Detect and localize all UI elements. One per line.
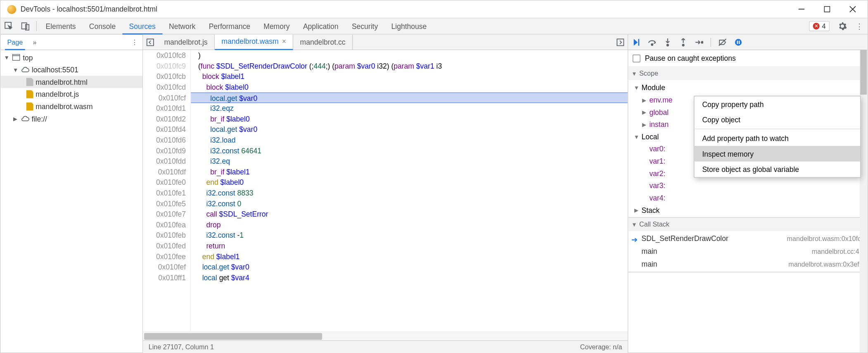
nav-back-icon[interactable] bbox=[143, 38, 157, 46]
frame-icon bbox=[12, 53, 21, 62]
pause-caught-checkbox[interactable] bbox=[633, 54, 640, 62]
tab-elements[interactable]: Elements bbox=[39, 18, 82, 34]
menu-add-watch[interactable]: Add property path to watch bbox=[695, 130, 861, 146]
code-content: ) (func $SDL_SetRenderDrawColor (;444;) … bbox=[191, 50, 628, 331]
navigator-kebab-icon[interactable]: ⋮ bbox=[131, 38, 138, 46]
scope-header[interactable]: ▼Scope bbox=[628, 67, 867, 80]
scrollbar-thumb[interactable] bbox=[144, 333, 322, 340]
callstack-frame[interactable]: ➔ SDL_SetRenderDrawColor mandelbrot.wasm… bbox=[628, 232, 867, 245]
debugger-toolbar bbox=[628, 35, 867, 50]
tree-file-scheme[interactable]: ▶file:// bbox=[0, 112, 142, 125]
tab-sources[interactable]: Sources bbox=[122, 18, 162, 34]
menu-separator bbox=[695, 129, 861, 129]
menu-copy-object[interactable]: Copy object bbox=[695, 112, 861, 128]
favicon-icon bbox=[7, 5, 17, 14]
svg-rect-14 bbox=[739, 41, 740, 44]
step-out-icon[interactable] bbox=[678, 37, 688, 47]
more-tabs-icon[interactable]: » bbox=[33, 38, 37, 46]
window-close-button[interactable] bbox=[840, 0, 865, 18]
scope-stack[interactable]: ▶Stack bbox=[628, 204, 867, 216]
devtools-tab-strip: Elements Console Sources Network Perform… bbox=[0, 18, 867, 34]
tree-file-wasm[interactable]: mandelbrot.wasm bbox=[0, 100, 142, 113]
title-bar: DevTools - localhost:5501/mandelbrot.htm… bbox=[0, 0, 867, 18]
tab-performance[interactable]: Performance bbox=[202, 18, 257, 34]
editor-tab-cc[interactable]: mandelbrot.cc bbox=[293, 34, 353, 50]
nav-forward-icon[interactable] bbox=[613, 38, 628, 46]
horizontal-scrollbar[interactable] bbox=[143, 332, 628, 341]
scope-local-var[interactable]: var4: bbox=[628, 192, 867, 204]
callstack-frame[interactable]: main mandelbrot.wasm:0x3ef2 bbox=[628, 258, 867, 271]
deactivate-breakpoints-icon[interactable] bbox=[718, 37, 728, 47]
cloud-icon bbox=[21, 65, 30, 74]
cursor-position: Line 27107, Column 1 bbox=[149, 343, 214, 351]
svg-point-9 bbox=[667, 44, 669, 45]
navigator-header: Page » ⋮ bbox=[0, 35, 142, 50]
tab-network[interactable]: Network bbox=[162, 18, 202, 34]
callstack-header[interactable]: ▼Call Stack bbox=[628, 218, 867, 231]
file-icon bbox=[26, 78, 33, 86]
tree-file-js[interactable]: mandelbrot.js bbox=[0, 88, 142, 100]
window-title: DevTools - localhost:5501/mandelbrot.htm… bbox=[21, 5, 788, 13]
editor-tab-strip: mandelbrot.js mandelbrot.wasm× mandelbro… bbox=[143, 35, 628, 50]
svg-point-10 bbox=[683, 44, 684, 45]
menu-store-global[interactable]: Store object as global variable bbox=[695, 162, 861, 177]
svg-rect-5 bbox=[147, 39, 154, 45]
device-toolbar-icon[interactable] bbox=[17, 18, 34, 34]
editor-tab-js[interactable]: mandelbrot.js bbox=[157, 34, 215, 50]
current-frame-icon: ➔ bbox=[631, 236, 638, 244]
step-icon[interactable] bbox=[694, 37, 704, 47]
context-menu: Copy property path Copy object Add prope… bbox=[694, 96, 861, 178]
step-over-icon[interactable] bbox=[647, 37, 657, 47]
tab-lighthouse[interactable]: Lighthouse bbox=[384, 18, 433, 34]
page-tab[interactable]: Page bbox=[5, 34, 25, 50]
scope-local-var[interactable]: var3: bbox=[628, 179, 867, 192]
main-content: Page » ⋮ ▼top ▼localhost:5501 mandelbrot… bbox=[0, 35, 867, 353]
error-icon: ✕ bbox=[813, 23, 820, 29]
menu-inspect-memory[interactable]: Inspect memory bbox=[695, 146, 861, 162]
tab-console[interactable]: Console bbox=[83, 18, 123, 34]
file-tree: ▼top ▼localhost:5501 mandelbrot.html man… bbox=[0, 50, 142, 125]
file-navigator: Page » ⋮ ▼top ▼localhost:5501 mandelbrot… bbox=[0, 35, 143, 353]
debugger-panel: Pause on caught exceptions ▼Scope ▼Modul… bbox=[628, 35, 867, 353]
tree-file-html[interactable]: mandelbrot.html bbox=[0, 76, 142, 88]
tree-top[interactable]: ▼top bbox=[0, 51, 142, 64]
inspect-element-icon[interactable] bbox=[0, 18, 17, 34]
callstack-section: ▼Call Stack ➔ SDL_SetRenderDrawColor man… bbox=[628, 218, 867, 272]
window-maximize-button[interactable] bbox=[814, 0, 840, 18]
devtools-window: DevTools - localhost:5501/mandelbrot.htm… bbox=[0, 0, 868, 353]
vertical-scrollbar[interactable] bbox=[860, 50, 868, 353]
menu-copy-property-path[interactable]: Copy property path bbox=[695, 96, 861, 112]
tab-memory[interactable]: Memory bbox=[257, 18, 296, 34]
scrollbar-thumb[interactable] bbox=[860, 50, 867, 95]
callstack-frame[interactable]: main mandelbrot.cc:41 bbox=[628, 245, 867, 258]
svg-point-8 bbox=[651, 43, 653, 45]
svg-rect-6 bbox=[617, 39, 624, 45]
coverage-status: Coverage: n/a bbox=[580, 343, 622, 351]
step-into-icon[interactable] bbox=[663, 37, 673, 47]
svg-rect-0 bbox=[824, 6, 829, 12]
file-icon bbox=[26, 102, 33, 110]
editor-tab-wasm[interactable]: mandelbrot.wasm× bbox=[215, 34, 293, 50]
pause-on-exceptions-icon[interactable] bbox=[733, 37, 743, 47]
separator bbox=[36, 21, 37, 31]
scope-module[interactable]: ▼Module bbox=[628, 81, 867, 94]
svg-rect-13 bbox=[737, 41, 738, 44]
close-tab-icon[interactable]: × bbox=[282, 37, 286, 45]
code-editor[interactable]: 0x010fc80x010fc90x010fcb0x010fcd0x010fcf… bbox=[143, 50, 628, 331]
settings-gear-icon[interactable] bbox=[834, 18, 851, 34]
tab-security[interactable]: Security bbox=[345, 18, 385, 34]
address-gutter: 0x010fc80x010fc90x010fcb0x010fcd0x010fcf… bbox=[143, 50, 191, 331]
file-icon bbox=[26, 90, 33, 98]
svg-rect-4 bbox=[12, 54, 20, 60]
tab-application[interactable]: Application bbox=[296, 18, 345, 34]
svg-rect-7 bbox=[638, 39, 639, 45]
window-minimize-button[interactable] bbox=[788, 0, 814, 18]
tree-host[interactable]: ▼localhost:5501 bbox=[0, 64, 142, 76]
separator bbox=[711, 38, 711, 47]
error-count-badge[interactable]: ✕ 4 bbox=[809, 21, 830, 31]
resume-icon[interactable] bbox=[631, 37, 641, 47]
pause-exceptions-row: Pause on caught exceptions bbox=[628, 50, 867, 67]
cloud-icon bbox=[21, 114, 30, 123]
kebab-menu-icon[interactable]: ⋮ bbox=[851, 18, 867, 34]
editor-status-bar: Line 27107, Column 1 Coverage: n/a bbox=[143, 340, 628, 353]
